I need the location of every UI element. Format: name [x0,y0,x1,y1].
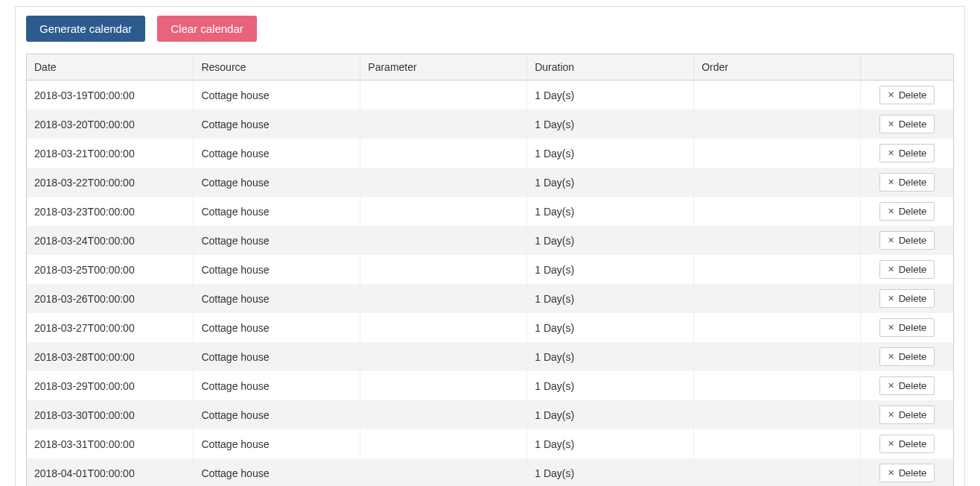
cell-parameter [360,371,527,400]
cell-duration: 1 Day(s) [527,458,694,486]
delete-button[interactable]: ✕Delete [879,347,935,366]
delete-label: Delete [899,264,927,275]
close-icon: ✕ [888,382,894,390]
cell-date: 2018-03-22T00:00:00 [27,168,194,197]
delete-button[interactable]: ✕Delete [879,86,935,104]
cell-order [694,429,861,458]
delete-button[interactable]: ✕Delete [879,260,935,279]
cell-resource: Cottage house [194,429,360,458]
cell-actions: ✕Delete [861,255,953,284]
cell-date: 2018-03-21T00:00:00 [27,139,194,168]
cell-parameter [360,255,527,284]
table-row: 2018-03-21T00:00:00Cottage house1 Day(s)… [27,139,953,168]
table-row: 2018-03-22T00:00:00Cottage house1 Day(s)… [27,168,953,197]
cell-date: 2018-03-25T00:00:00 [27,255,194,284]
col-header-actions [861,54,953,81]
col-header-parameter[interactable]: Parameter [360,54,527,81]
cell-date: 2018-03-29T00:00:00 [27,371,194,400]
cell-duration: 1 Day(s) [527,81,694,110]
cell-parameter [360,226,527,255]
delete-button[interactable]: ✕Delete [879,318,935,337]
cell-date: 2018-03-28T00:00:00 [27,342,194,371]
cell-resource: Cottage house [194,284,360,313]
cell-resource: Cottage house [194,342,360,371]
cell-duration: 1 Day(s) [527,110,694,139]
cell-date: 2018-04-01T00:00:00 [27,458,194,486]
clear-calendar-button[interactable]: Clear calendar [157,16,257,42]
cell-resource: Cottage house [194,139,360,168]
cell-duration: 1 Day(s) [527,400,694,429]
col-header-resource[interactable]: Resource [194,54,360,81]
delete-label: Delete [899,119,927,130]
cell-order [694,371,861,400]
close-icon: ✕ [888,178,894,186]
close-icon: ✕ [888,236,894,244]
cell-parameter [360,458,527,486]
cell-date: 2018-03-19T00:00:00 [27,81,194,110]
cell-actions: ✕Delete [861,81,953,110]
cell-date: 2018-03-30T00:00:00 [27,400,194,429]
cell-parameter [360,168,527,197]
cell-duration: 1 Day(s) [527,255,694,284]
delete-button[interactable]: ✕Delete [879,202,935,221]
col-header-date[interactable]: Date [27,54,194,81]
cell-duration: 1 Day(s) [527,197,694,226]
col-header-order[interactable]: Order [694,54,861,81]
cell-actions: ✕Delete [861,226,953,255]
close-icon: ✕ [888,294,894,303]
cell-date: 2018-03-20T00:00:00 [27,110,194,139]
delete-button[interactable]: ✕Delete [879,173,935,192]
delete-button[interactable]: ✕Delete [879,405,935,424]
table-row: 2018-03-28T00:00:00Cottage house1 Day(s)… [27,342,953,371]
delete-label: Delete [899,89,927,101]
cell-actions: ✕Delete [861,429,953,458]
delete-button[interactable]: ✕Delete [879,464,935,482]
delete-button[interactable]: ✕Delete [879,435,935,453]
cell-resource: Cottage house [194,226,360,255]
delete-button[interactable]: ✕Delete [879,144,935,162]
cell-parameter [360,342,527,371]
cell-parameter [360,400,527,429]
cell-actions: ✕Delete [861,400,953,429]
table-row: 2018-03-19T00:00:00Cottage house1 Day(s)… [27,81,953,110]
delete-button[interactable]: ✕Delete [879,231,935,250]
delete-button[interactable]: ✕Delete [879,115,935,133]
cell-actions: ✕Delete [861,458,953,486]
cell-date: 2018-03-31T00:00:00 [27,429,194,458]
delete-label: Delete [899,177,927,188]
calendar-panel: Generate calendar Clear calendar Date Re… [15,6,965,486]
close-icon: ✕ [888,353,894,361]
delete-label: Delete [899,438,927,449]
close-icon: ✕ [888,324,894,332]
delete-label: Delete [899,293,927,304]
generate-calendar-button[interactable]: Generate calendar [26,16,145,42]
cell-order [694,226,861,255]
delete-label: Delete [899,148,927,159]
delete-button[interactable]: ✕Delete [879,376,935,395]
delete-label: Delete [899,380,927,391]
table-row: 2018-03-20T00:00:00Cottage house1 Day(s)… [27,110,953,139]
cell-resource: Cottage house [194,197,360,226]
cell-parameter [360,284,527,313]
close-icon: ✕ [888,265,894,274]
delete-label: Delete [899,351,927,362]
cell-order [694,284,861,313]
cell-duration: 1 Day(s) [527,313,694,342]
table-row: 2018-03-30T00:00:00Cottage house1 Day(s)… [27,400,953,429]
cell-parameter [360,110,527,139]
cell-actions: ✕Delete [861,371,953,400]
cell-order [694,168,861,197]
cell-resource: Cottage house [194,458,360,486]
cell-resource: Cottage house [194,168,360,197]
delete-label: Delete [899,409,927,420]
cell-order [694,342,861,371]
close-icon: ✕ [888,120,894,128]
cell-parameter [360,81,527,110]
delete-label: Delete [899,322,927,333]
delete-button[interactable]: ✕Delete [879,289,935,308]
table-row: 2018-03-31T00:00:00Cottage house1 Day(s)… [27,429,953,458]
cell-order [694,81,861,110]
close-icon: ✕ [888,207,894,215]
col-header-duration[interactable]: Duration [527,54,694,81]
table-row: 2018-03-26T00:00:00Cottage house1 Day(s)… [27,284,953,313]
